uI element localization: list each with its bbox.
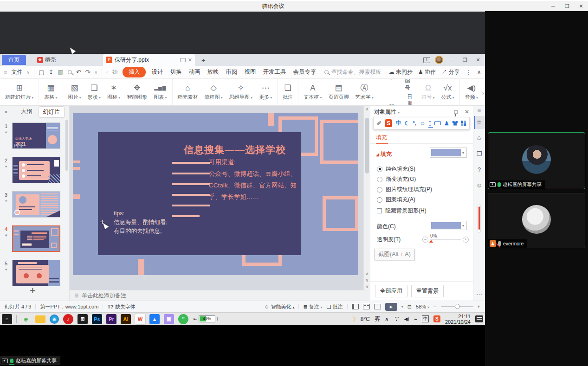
missing-font-warning[interactable]: T? 缺失字体 [107,303,136,310]
attachment-button[interactable]: ✎附件 [383,93,394,106]
slide-title[interactable]: 信息搜集——选择学校 [184,143,286,156]
slide-body-text[interactable]: 可用渠道: 公众号、微博超话、豆瓣小组、 CCtalk、微信群、官方网站、知 乎… [209,156,297,203]
chart-button[interactable]: ▂▅▇图表 ▾ [150,79,170,105]
more-menu-icon[interactable]: ⋮ [465,69,471,76]
slide-thumb-3[interactable]: 3✶ [0,191,60,218]
menu-review[interactable]: 审阅 [224,68,239,76]
sliders-icon[interactable]: ≑ [473,119,485,126]
slide-thumb-1[interactable]: 1✶ 边缘人专场 2021 [0,122,60,149]
command-search[interactable]: 查找命令、搜索模板 [324,68,381,76]
tab-outline[interactable]: 大纲 [17,106,37,118]
sync-status[interactable]: ☁ 未同步 [389,68,413,76]
ms-store-icon[interactable]: ⊞ [78,314,88,324]
shapes-button[interactable]: ❏形状 ▾ [84,79,104,105]
save-icon[interactable]: ▢ [39,69,44,76]
file-dropdown-icon[interactable]: ∨ [27,70,30,75]
slide-canvas[interactable]: 信息搜集——选择学校 可用渠道: 公众号、微博超话、豆瓣小组、 CCtalk、微… [70,106,363,290]
menu-transition[interactable]: 切换 [168,68,183,76]
flowchart-button[interactable]: ◇流程图 ▾ [201,79,226,105]
new-tab-button[interactable]: + [201,56,206,64]
more-assets-button[interactable]: ⋯更多 ▾ [256,79,275,105]
fill-section-header[interactable]: ◢填充 [376,150,392,158]
decrease-icon[interactable]: − [422,237,428,243]
color-swatch-dropdown[interactable]: ▾ [430,221,467,230]
play-options-icon[interactable]: ▾ [401,305,403,309]
collab-button[interactable]: ♟ 协作 [418,68,436,76]
table-button[interactable]: ▦表格 ▾ [41,79,60,105]
ime-skin-icon[interactable] [452,121,458,126]
netease-music-icon[interactable]: ♪ [63,314,73,324]
smartart-button[interactable]: ✥智能图形 [123,79,150,105]
print-icon[interactable]: ▥ [58,69,63,76]
account-avatar[interactable] [435,56,443,64]
more-tools-icon[interactable]: ⋯ [473,291,485,298]
feedback-icon[interactable]: ☺ [473,182,485,189]
fill-tab[interactable]: 填充 [376,134,387,141]
textbox-button[interactable]: A文本框 ▾ [300,79,325,105]
lanhu-icon[interactable]: ▲ [149,314,160,324]
new-slide-button[interactable]: ⊞新建幻灯片 ▾ [2,79,37,105]
sogou-ime-bar[interactable]: ✐ S 中 ☾ °, ☺ ♟ [373,117,470,129]
pin-icon[interactable] [454,110,458,114]
illustrator-icon[interactable]: Ai [121,314,131,324]
redo-icon[interactable]: ↷ [85,69,90,76]
scroll-up-icon[interactable]: ∧ [364,107,370,111]
tab-scroll-left-icon[interactable]: ‹ [106,70,108,75]
share-button[interactable]: ↗ 分享 [441,68,459,76]
gallery-icon[interactable]: ▣ [164,314,174,324]
weather-temp[interactable]: 8°C [361,316,370,322]
ime-chinese-icon[interactable]: 中 [395,119,401,127]
wps-minimize-icon[interactable]: ─ [448,57,456,63]
slide-thumb-4-selected[interactable]: 4✶ [0,225,60,252]
notes-toggle[interactable]: ≣ 备注 ▾ [303,303,322,310]
solid-fill-radio[interactable]: 纯色填充(S) [377,165,415,173]
slide-thumb-5[interactable]: 5✶ [0,260,60,286]
scrollbar-thumb[interactable] [365,118,369,173]
sogou-logo-icon[interactable]: S [385,119,392,127]
object-button[interactable]: ⊕对象 [383,79,394,91]
tray-expand-icon[interactable]: ∧ [385,316,389,322]
ribbon-scroll-right-icon[interactable]: › [482,90,484,96]
ie-icon[interactable]: e [21,314,31,324]
docer-assets-button[interactable]: ⌂稻壳素材 [174,79,201,105]
menu-slideshow[interactable]: 放映 [206,68,220,76]
beautify-button[interactable]: ☺ 智能美化 ▴ [264,303,294,310]
menu-start-partial[interactable]: 始 [112,68,118,76]
meeting-close-icon[interactable]: ✕ [574,3,588,9]
sogou-tray-icon[interactable]: S [433,315,440,322]
wechat-icon[interactable]: '' [178,314,188,324]
prev-slide-icon[interactable]: ∧ [364,271,370,276]
slide-panel-scrollbar[interactable] [65,120,68,171]
undo-icon[interactable]: ↶ [76,69,81,76]
battery-indicator[interactable]: ⌁ 41% [193,315,218,323]
panel-scrollbar[interactable] [478,204,481,233]
panel-collapse-icon[interactable]: « [0,109,12,115]
wifi-icon[interactable] [394,317,400,321]
participant-tile-sharing[interactable]: 赵耘嘉的屏幕共享 [488,132,585,189]
close-document-icon[interactable]: ✕ [188,57,192,63]
zoom-slider[interactable] [441,306,473,307]
menu-member[interactable]: 会员专享 [291,68,317,76]
notes-bar[interactable]: ≣ 单击此处添加备注 [70,290,370,301]
icons-button[interactable]: ✶图标 ▾ [104,79,123,105]
meeting-restore-icon[interactable]: ❐ [560,3,574,9]
ime-keyboard-icon[interactable] [434,121,441,125]
volume-icon[interactable]: ◀) [404,316,409,321]
ime-indicator[interactable]: 中 [422,315,429,322]
edge-icon[interactable]: e [50,315,59,324]
start-button[interactable]: ≡ [2,314,12,324]
taskbar-clock[interactable]: 21:11 2021/10/24 [445,314,471,325]
tab-document[interactable]: P 保研分享.pptx ✕ [103,54,195,66]
mindmap-button[interactable]: ✧思维导图 ▾ [226,79,256,105]
picture-fill-radio[interactable]: 图片或纹理填充(P) [377,186,432,193]
weather-icon[interactable]: ☽ [350,315,356,323]
next-slide-icon[interactable]: ∨ [364,278,370,283]
gradient-fill-radio[interactable]: 渐变填充(G) [377,175,416,183]
tab-home[interactable]: 首页 [2,55,26,65]
menu-animation[interactable]: 动画 [187,68,201,76]
help-icon[interactable]: ? [473,166,485,173]
zoom-out-icon[interactable]: − [433,304,436,309]
wps-taskbar-icon[interactable]: W [135,314,145,324]
slideshow-play-button[interactable]: ▶ [385,303,397,311]
slide-tips-text[interactable]: tips: 信息海量、酌情细看; 有目的的去找信息; [114,209,168,236]
